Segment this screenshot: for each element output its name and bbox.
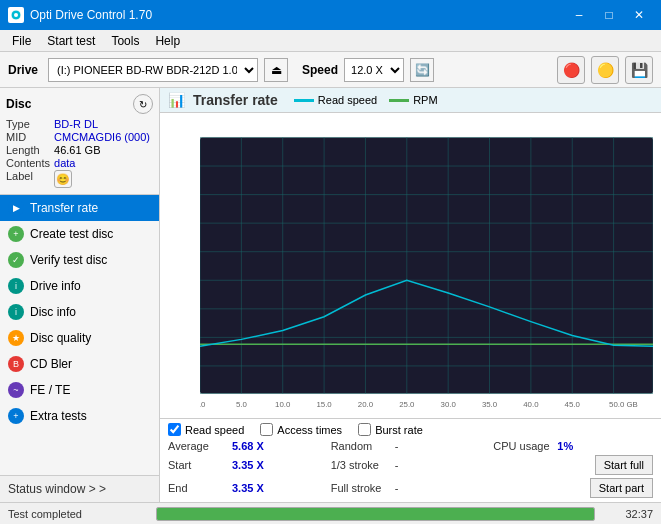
disc-length-value: 46.61 GB (54, 144, 153, 156)
legend-rpm-label: RPM (413, 94, 437, 106)
cpu-usage-value: 1% (557, 440, 573, 452)
nav-create-test-disc-label: Create test disc (30, 227, 113, 241)
nav-fe-te-label: FE / TE (30, 383, 70, 397)
disc-refresh-button[interactable]: ↻ (133, 94, 153, 114)
read-speed-checkbox-label: Read speed (185, 424, 244, 436)
maximize-button[interactable]: □ (595, 5, 623, 25)
end-value: 3.35 X (232, 482, 264, 494)
disc-length-label: Length (6, 144, 50, 156)
access-times-checkbox[interactable] (260, 423, 273, 436)
menu-help[interactable]: Help (147, 32, 188, 50)
sidebar: Disc ↻ Type BD-R DL MID CMCMAGDI6 (000) … (0, 88, 160, 502)
menu-file[interactable]: File (4, 32, 39, 50)
legend-read-speed-color (294, 99, 314, 102)
app-title: Opti Drive Control 1.70 (30, 8, 152, 22)
stroke13-label: 1/3 stroke (331, 459, 391, 471)
status-window-button[interactable]: Status window > > (0, 475, 159, 502)
full-stroke-label: Full stroke (331, 482, 391, 494)
verify-test-disc-icon: ✓ (8, 252, 24, 268)
progress-bar (156, 507, 595, 521)
menu-start-test[interactable]: Start test (39, 32, 103, 50)
transfer-rate-icon: ▶ (8, 200, 24, 216)
read-speed-checkbox-item: Read speed (168, 423, 244, 436)
svg-text:20.0: 20.0 (358, 400, 374, 409)
nav-transfer-rate[interactable]: ▶ Transfer rate (0, 195, 159, 221)
chart-header: 📊 Transfer rate Read speed RPM (160, 88, 661, 113)
average-value: 5.68 X (232, 440, 264, 452)
close-button[interactable]: ✕ (625, 5, 653, 25)
nav-disc-quality-label: Disc quality (30, 331, 91, 345)
minimize-button[interactable]: – (565, 5, 593, 25)
burst-rate-checkbox[interactable] (358, 423, 371, 436)
start-part-stat: Start part (493, 478, 653, 498)
refresh-button[interactable]: 🔄 (410, 58, 434, 82)
start-stat: Start 3.35 X (168, 455, 328, 475)
disc-label-edit[interactable]: 😊 (54, 170, 72, 188)
cpu-usage-label: CPU usage (493, 440, 553, 452)
disc-mid-label: MID (6, 131, 50, 143)
chart-bottom: Read speed Access times Burst rate Avera… (160, 418, 661, 502)
stroke13-stat: 1/3 stroke - (331, 455, 491, 475)
title-bar: Opti Drive Control 1.70 – □ ✕ (0, 0, 661, 30)
chart-icon: 📊 (168, 92, 185, 108)
nav-fe-te[interactable]: ~ FE / TE (0, 377, 159, 403)
start-part-button[interactable]: Start part (590, 478, 653, 498)
info-button[interactable]: 🟡 (591, 56, 619, 84)
save-button[interactable]: 💾 (625, 56, 653, 84)
stroke13-value: - (395, 459, 399, 471)
speed-label: Speed (302, 63, 338, 77)
progress-bar-fill (157, 508, 594, 520)
settings-button[interactable]: 🔴 (557, 56, 585, 84)
chart-container: 18X 16X 14X 12X 10X 8X 6X 4X 2X 0.0 5.0 … (160, 113, 661, 418)
start-label: Start (168, 459, 228, 471)
nav-drive-info[interactable]: i Drive info (0, 273, 159, 299)
disc-label-label: Label (6, 170, 50, 188)
drive-selector[interactable]: (I:) PIONEER BD-RW BDR-212D 1.01 (48, 58, 258, 82)
nav-disc-quality[interactable]: ★ Disc quality (0, 325, 159, 351)
svg-text:10.0: 10.0 (275, 400, 291, 409)
svg-text:40.0: 40.0 (523, 400, 539, 409)
disc-section-title: Disc (6, 97, 31, 111)
chart-checkboxes: Read speed Access times Burst rate (168, 423, 653, 436)
disc-mid-value: CMCMAGDI6 (000) (54, 131, 153, 143)
toolbar: Drive (I:) PIONEER BD-RW BDR-212D 1.01 ⏏… (0, 52, 661, 88)
nav-extra-tests[interactable]: + Extra tests (0, 403, 159, 429)
svg-text:5.0: 5.0 (236, 400, 248, 409)
chart-area: 📊 Transfer rate Read speed RPM (160, 88, 661, 502)
cpu-usage-stat: CPU usage 1% (493, 440, 653, 452)
random-stat: Random - (331, 440, 491, 452)
start-value: 3.35 X (232, 459, 264, 471)
nav-verify-test-disc[interactable]: ✓ Verify test disc (0, 247, 159, 273)
start-full-button[interactable]: Start full (595, 455, 653, 475)
full-stroke-value: - (395, 482, 399, 494)
nav-cd-bler[interactable]: B CD Bler (0, 351, 159, 377)
access-times-checkbox-item: Access times (260, 423, 342, 436)
disc-quality-icon: ★ (8, 330, 24, 346)
end-stat: End 3.35 X (168, 478, 328, 498)
menu-tools[interactable]: Tools (103, 32, 147, 50)
svg-text:15.0: 15.0 (316, 400, 332, 409)
disc-label-value: 😊 (54, 170, 153, 188)
start-full-stat: Start full (493, 455, 653, 475)
full-stroke-stat: Full stroke - (331, 478, 491, 498)
nav-disc-info[interactable]: i Disc info (0, 299, 159, 325)
extra-tests-icon: + (8, 408, 24, 424)
nav-create-test-disc[interactable]: + Create test disc (0, 221, 159, 247)
average-stat: Average 5.68 X (168, 440, 328, 452)
nav-drive-info-label: Drive info (30, 279, 81, 293)
eject-button[interactable]: ⏏ (264, 58, 288, 82)
speed-selector[interactable]: 12.0 X (344, 58, 404, 82)
chart-title: Transfer rate (193, 92, 278, 108)
burst-rate-checkbox-label: Burst rate (375, 424, 423, 436)
read-speed-checkbox[interactable] (168, 423, 181, 436)
disc-type-label: Type (6, 118, 50, 130)
chart-legend: Read speed RPM (294, 94, 438, 106)
disc-contents-value: data (54, 157, 153, 169)
time-display: 32:37 (603, 508, 653, 520)
menu-bar: File Start test Tools Help (0, 30, 661, 52)
disc-section: Disc ↻ Type BD-R DL MID CMCMAGDI6 (000) … (0, 88, 159, 195)
status-bar: Test completed 32:37 (0, 502, 661, 524)
svg-rect-2 (200, 137, 653, 393)
legend-read-speed: Read speed (294, 94, 377, 106)
window-controls: – □ ✕ (565, 5, 653, 25)
